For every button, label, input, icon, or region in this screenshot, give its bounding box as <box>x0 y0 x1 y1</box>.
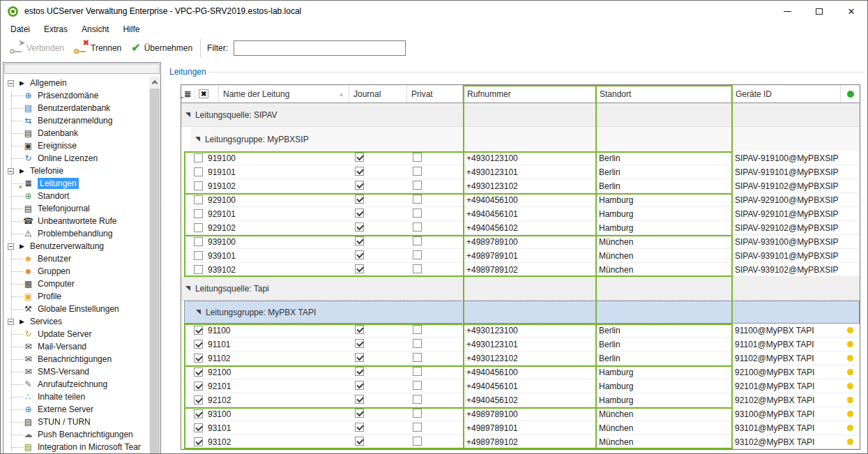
column-header-name[interactable]: Name der Leitung ▲ <box>219 85 349 103</box>
line-row[interactable]: 93100+4989789100München93100@MyPBX TAPI <box>181 407 860 421</box>
sidebar-item-mail-versand[interactable]: ✉Mail-Versand <box>3 340 149 353</box>
menu-extras[interactable]: Extras <box>37 23 75 36</box>
collapse-box-icon[interactable] <box>8 80 14 86</box>
journal-checkbox[interactable] <box>355 367 364 376</box>
row-select-checkbox[interactable] <box>194 381 203 391</box>
row-select-checkbox[interactable] <box>194 167 203 176</box>
journal-checkbox[interactable] <box>355 236 364 245</box>
privat-checkbox[interactable] <box>413 437 422 446</box>
row-select-checkbox[interactable] <box>194 223 203 232</box>
sidebar-item-pr-senzdom-ne[interactable]: ⊕Präsenzdomäne <box>3 89 149 102</box>
sidebar-item-integration-in-microsoft-tear[interactable]: ▤Integration in Microsoft Tear <box>3 441 149 453</box>
row-select-checkbox[interactable] <box>194 437 203 446</box>
clear-filter-icon[interactable]: ✖ <box>199 89 208 98</box>
sidebar-item-gruppen[interactable]: ☻Gruppen <box>3 265 149 278</box>
journal-checkbox[interactable] <box>355 209 364 218</box>
sidebar-item-stun-turn[interactable]: ▤STUN / TURN <box>3 416 149 428</box>
menu-datei[interactable]: Datei <box>3 23 37 36</box>
sidebar-item-profile[interactable]: ▣Profile <box>3 290 149 303</box>
lines-filter-icon[interactable]: ≣ <box>184 89 191 99</box>
sidebar-item-globale-einstellungen[interactable]: ⚒Globale Einstellungen <box>3 303 149 315</box>
line-row[interactable]: 93101+4989789101München93101@MyPBX TAPI <box>181 421 860 435</box>
journal-checkbox[interactable] <box>355 395 364 404</box>
sidebar-item-inhalte-teilen[interactable]: ∴Inhalte teilen <box>3 391 149 403</box>
line-row[interactable]: 91102+4930123102Berlin91102@MyPBX TAPI <box>181 351 860 365</box>
line-group-row[interactable]: ◥Leitungsgruppe: MyPBXSIP <box>181 127 860 151</box>
line-row[interactable]: 939102+4989789102MünchenSIPAV-939102@MyP… <box>181 263 860 277</box>
line-row[interactable]: 91101+4930123101Berlin91101@MyPBX TAPI <box>181 338 860 351</box>
group-expanded-icon[interactable]: ◥ <box>185 112 190 118</box>
sidebar-item-update-server[interactable]: ↻Update Server <box>3 328 149 340</box>
group-expanded-icon[interactable]: ◥ <box>195 136 200 142</box>
menu-ansicht[interactable]: Ansicht <box>75 23 116 36</box>
column-header-privat[interactable]: Privat <box>407 85 463 103</box>
collapse-box-icon[interactable] <box>8 243 14 250</box>
journal-checkbox[interactable] <box>355 264 364 273</box>
line-row[interactable]: 919102+4930123102BerlinSIPAV-919102@MyPB… <box>181 179 860 193</box>
line-row[interactable]: 92101+4940456101Hamburg92101@MyPBX TAPI <box>181 379 860 393</box>
privat-checkbox[interactable] <box>413 153 422 162</box>
sidebar-item-push-benachrichtigungen[interactable]: ☁Push Benachrichtigungen <box>3 428 149 441</box>
privat-checkbox[interactable] <box>413 250 422 259</box>
maximize-button[interactable] <box>803 1 835 22</box>
disconnect-button[interactable]: ✖ Trennen <box>69 40 126 56</box>
line-group-row[interactable]: ◥Leitungsgruppe: MyPBX TAPI <box>181 301 860 324</box>
connect-button[interactable]: ➤ Verbinden <box>5 40 69 56</box>
journal-checkbox[interactable] <box>355 325 364 334</box>
sidebar-item-benachrichtigungen[interactable]: ✉Benachrichtigungen <box>3 353 149 365</box>
line-row[interactable]: 929101+4940456101HamburgSIPAV-929101@MyP… <box>181 207 860 221</box>
column-header-status[interactable] <box>841 85 860 103</box>
sidebar-item-sms-versand[interactable]: ✉SMS-Versand <box>3 365 149 378</box>
journal-checkbox[interactable] <box>355 353 364 362</box>
scrollbar-thumb[interactable] <box>150 89 160 454</box>
privat-checkbox[interactable] <box>413 395 422 404</box>
sidebar-item-unbeantwortete-rufe[interactable]: ☎Unbeantwortete Rufe <box>3 215 149 227</box>
line-row[interactable]: 939101+4989789101MünchenSIPAV-939101@MyP… <box>181 249 860 263</box>
group-expanded-icon[interactable]: ◥ <box>185 285 190 292</box>
row-select-checkbox[interactable] <box>194 209 203 218</box>
row-select-checkbox[interactable] <box>194 423 203 432</box>
column-header-rufnummer[interactable]: Rufnummer <box>463 85 595 103</box>
sidebar-item-ereignisse[interactable]: ▣Ereignisse <box>3 139 149 152</box>
privat-checkbox[interactable] <box>413 367 422 376</box>
minimize-button[interactable] <box>771 1 803 22</box>
sidebar-item-anrufaufzeichnung[interactable]: ✎Anrufaufzeichnung <box>3 378 149 391</box>
row-select-checkbox[interactable] <box>194 265 203 274</box>
sidebar-item-online-lizenzen[interactable]: ↻Online Lizenzen <box>3 152 149 165</box>
journal-checkbox[interactable] <box>355 167 364 176</box>
line-row[interactable]: 929102+4940456102HamburgSIPAV-929102@MyP… <box>181 221 860 235</box>
journal-checkbox[interactable] <box>355 222 364 232</box>
sidebar-item-benutzer[interactable]: ☻Benutzer <box>3 252 149 265</box>
collapse-box-icon[interactable] <box>8 168 14 174</box>
filter-input[interactable] <box>234 40 406 56</box>
menu-hilfe[interactable]: Hilfe <box>116 23 146 36</box>
row-select-checkbox[interactable] <box>194 237 203 246</box>
sidebar-item-leitungen[interactable]: ≣Leitungen <box>3 177 149 190</box>
sidebar-item-telefonie[interactable]: ▶Telefonie <box>3 165 149 177</box>
privat-checkbox[interactable] <box>413 222 422 232</box>
privat-checkbox[interactable] <box>413 423 422 432</box>
sidebar-item-telefonjournal[interactable]: ▤Telefonjournal <box>3 202 149 215</box>
sidebar-item-benutzeranmeldung[interactable]: ⇆Benutzeranmeldung <box>3 114 149 127</box>
row-select-checkbox[interactable] <box>194 195 203 204</box>
column-header-geraete-id[interactable]: Geräte ID <box>731 85 841 103</box>
journal-checkbox[interactable] <box>355 195 364 204</box>
close-button[interactable]: ✕ <box>835 1 867 22</box>
column-header-standort[interactable]: Standort <box>595 85 731 103</box>
privat-checkbox[interactable] <box>413 236 422 245</box>
collapse-box-icon[interactable] <box>8 319 14 325</box>
row-select-checkbox[interactable] <box>194 395 203 404</box>
row-select-checkbox[interactable] <box>194 368 203 377</box>
scroll-up-button[interactable] <box>149 77 160 88</box>
sidebar-item-allgemein[interactable]: ▶Allgemein <box>3 77 149 89</box>
line-row[interactable]: 919101+4930123101BerlinSIPAV-919101@MyPB… <box>181 165 860 179</box>
journal-checkbox[interactable] <box>355 409 364 418</box>
sidebar-item-benutzerdatenbank[interactable]: ▤Benutzerdatenbank <box>3 102 149 114</box>
apply-button[interactable]: ✔ Übernehmen <box>126 40 197 56</box>
journal-checkbox[interactable] <box>355 423 364 432</box>
row-select-checkbox[interactable] <box>194 409 203 418</box>
sidebar-scrollbar[interactable] <box>149 77 160 454</box>
journal-checkbox[interactable] <box>355 181 364 190</box>
sidebar-item-datenbank[interactable]: ▤Datenbank <box>3 127 149 139</box>
journal-checkbox[interactable] <box>355 381 364 390</box>
